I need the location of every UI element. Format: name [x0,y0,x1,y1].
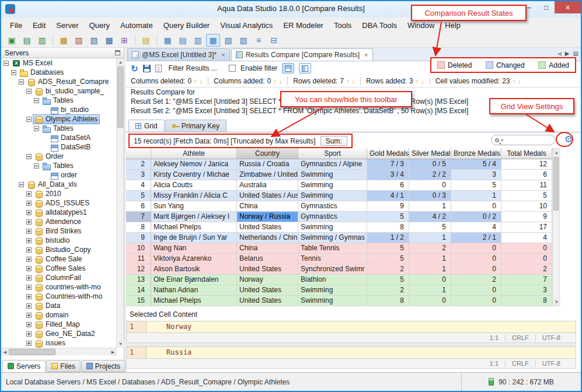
collapse-toggle-icon[interactable] [26,89,32,94]
tree-item-alldatatypes1[interactable]: alldatatypes1 [1,208,117,217]
horizontal-layout-button[interactable] [282,63,294,74]
schema-browser-button[interactable]: ▦ [57,34,71,47]
expand-toggle-icon[interactable] [26,313,32,318]
tree-item-bistudio[interactable]: bistudio [1,236,117,245]
cell-bronze[interactable]: 0 [451,264,501,275]
column-header-country[interactable]: Country [237,148,298,159]
menu-item-file[interactable]: File [5,19,27,32]
cell-bronze[interactable]: 0 [451,296,501,306]
cell-value-text[interactable]: Russia [147,347,576,358]
cell-country[interactable]: United States [237,296,298,306]
cell-sport[interactable]: Synchronized Swimr [298,264,367,275]
cell-silver[interactable]: 5 [409,222,451,233]
cell-athlete[interactable]: Ole Einar Bjørndalen [151,275,237,285]
cell-total[interactable]: 17 [501,222,552,233]
next-difference-button[interactable]: ↓ [200,78,203,85]
cell-sport[interactable]: Biathlon [298,275,367,285]
tree-item-databases[interactable]: Databases [1,68,117,77]
cell-total[interactable]: 9 [501,212,552,222]
expand-toggle-icon[interactable] [26,229,32,234]
maximize-button[interactable]: □ [538,1,555,13]
cell-silver[interactable]: 1 [409,285,451,296]
scroll-tabs-right-button[interactable]: ▶ [565,50,570,57]
cell-sport[interactable]: Swimming [298,296,367,306]
row-number[interactable]: 6 [126,201,151,212]
row-number[interactable]: 3 [126,170,151,180]
menu-item-edit[interactable]: Edit [27,19,51,32]
expand-toggle-icon[interactable] [26,266,32,271]
tree-item-coffee-sale[interactable]: Coffee Sale [1,254,117,264]
search-dropdown-icon[interactable]: ▾ [501,138,503,143]
scroll-down-icon[interactable]: ▼ [553,298,560,306]
tree-item-attendence[interactable]: Attendence [1,217,117,226]
cell-country[interactable]: China [237,243,298,254]
text-wrap-button[interactable]: ≡ [252,34,266,47]
cell-country[interactable]: United States [237,222,298,233]
cell-gold[interactable]: 1 / 2 [367,233,409,243]
previous-difference-button[interactable]: ↑ [273,78,277,85]
tree-vertical-scrollbar[interactable]: ▲ ▼ [116,58,124,348]
cell-silver[interactable]: 1 [409,201,451,212]
column-header-sport[interactable]: Sport [298,148,367,159]
cell-sport[interactable]: Swimming [298,191,367,201]
cell-total[interactable]: 12 [501,159,552,170]
tab-list-button[interactable]: ▤ [573,50,578,57]
tree-item-data[interactable]: Data [1,301,117,310]
scrollbar-thumb[interactable] [117,66,123,128]
cell-total[interactable]: 2 [501,264,552,275]
menu-item-tools[interactable]: Tools [329,19,357,32]
expand-toggle-icon[interactable] [26,191,32,197]
results-pivot-button[interactable]: ▥ [191,34,205,47]
menu-item-query-builder[interactable]: Query Builder [158,19,215,32]
tree-item-all-data-xls[interactable]: All_Data_xls [1,180,117,189]
cell-total[interactable]: 0 [501,254,552,264]
cell-gold[interactable]: 4 / 1 [367,191,409,201]
tree-item-bi-studio-sample[interactable]: bi_studio_sample_ [1,86,117,96]
cell-athlete[interactable]: Alicia Coutts [151,180,237,191]
vertical-layout-button[interactable] [299,63,311,74]
cell-sport[interactable]: Swimming [298,285,367,296]
er-diagram-button[interactable]: ▨ [236,34,250,47]
refresh-icon[interactable]: ↻ [131,64,138,73]
cell-total[interactable]: 5 [501,191,552,201]
scroll-left-icon[interactable]: ◀ [1,348,9,356]
row-number[interactable]: 15 [126,296,151,306]
column-header-athlete[interactable]: Athlete [151,148,237,159]
expand-toggle-icon[interactable] [26,294,32,299]
tree-item-olympic-athletes[interactable]: Olympic Athletes [1,114,117,124]
menu-item-dba-tools[interactable]: DBA Tools [357,19,402,32]
previous-difference-button[interactable]: ↑ [416,78,419,85]
expand-toggle-icon[interactable] [26,257,32,262]
auto-fit-button[interactable]: ⊟ [267,34,281,47]
cell-athlete[interactable]: Inge de Bruijn / Sun Yar [151,233,237,243]
row-number[interactable]: 12 [126,264,151,275]
expand-toggle-icon[interactable] [26,285,32,290]
previous-difference-button[interactable]: ↑ [194,78,197,85]
tree-item-bi-studio[interactable]: bi_studio [1,105,117,114]
row-number[interactable]: 2 [126,159,151,170]
close-button[interactable]: × [555,1,581,13]
cell-sport[interactable]: Swimming [298,170,367,180]
cell-gold[interactable]: 8 [367,222,409,233]
collapse-toggle-icon[interactable] [34,126,39,131]
import-tool-button[interactable]: ⊞ [117,34,131,47]
menu-item-automate[interactable]: Automate [115,19,158,32]
cell-country[interactable]: China [237,201,298,212]
column-header-total-medals[interactable]: Total Medals [501,148,552,159]
search-input[interactable] [505,136,546,144]
menu-item-server[interactable]: Server [51,19,83,32]
cell-country[interactable]: United States [237,264,298,275]
enable-filter-checkbox[interactable] [229,65,236,72]
filter-results-label[interactable]: Filter Results ... [169,64,217,72]
tree-horizontal-scrollbar[interactable]: ◀ ▶ [1,348,117,355]
results-compare-button[interactable]: ▦ [206,34,220,47]
tree-item-2010[interactable]: 2010 [1,189,117,198]
cell-bronze[interactable]: 0 [451,201,501,212]
cell-silver[interactable]: 0 [409,180,451,191]
cell-total[interactable]: 0 [501,243,552,254]
tree-item-ads-issues[interactable]: ADS_ISSUES [1,198,117,208]
next-difference-button[interactable]: ↓ [279,78,283,85]
cell-athlete[interactable]: Kirsty Coventry / Michae [151,170,237,180]
cell-bronze[interactable]: 0 / 2 [451,212,501,222]
print-preview-icon[interactable] [155,65,162,72]
